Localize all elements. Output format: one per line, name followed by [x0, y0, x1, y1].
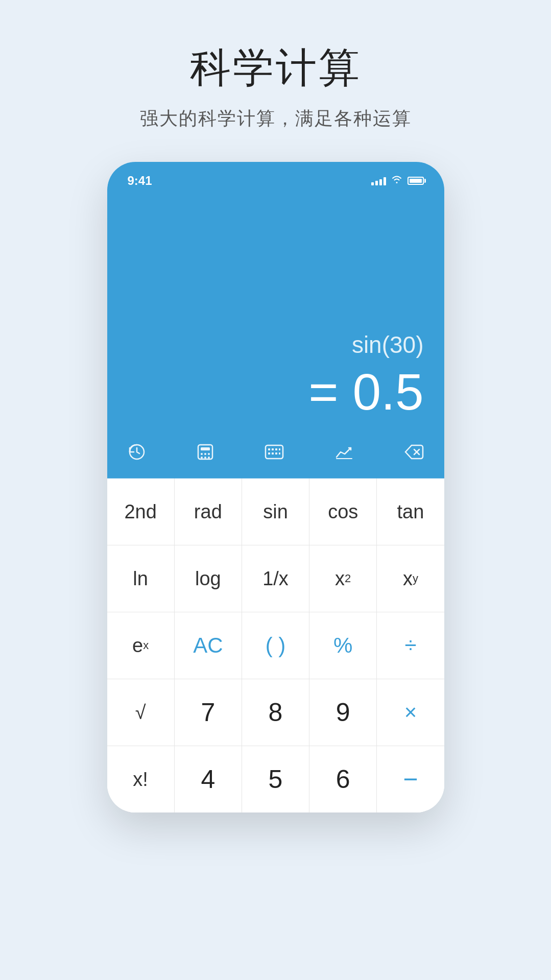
key-row-4: √ 7 8 9 ×: [107, 679, 444, 746]
phone-frame: 9:41: [107, 162, 444, 812]
key-factorial[interactable]: x!: [107, 746, 175, 812]
key-rad[interactable]: rad: [175, 479, 242, 545]
status-icons: [371, 175, 424, 186]
key-divide[interactable]: ÷: [377, 612, 444, 679]
svg-rect-13: [279, 448, 280, 450]
key-minus[interactable]: −: [377, 746, 444, 812]
key-sqrt[interactable]: √: [107, 679, 175, 746]
key-exp[interactable]: ex: [107, 612, 175, 679]
svg-rect-14: [268, 452, 270, 455]
svg-point-4: [204, 453, 206, 455]
key-parens[interactable]: ( ): [242, 612, 309, 679]
svg-rect-16: [275, 452, 277, 455]
svg-point-5: [208, 453, 210, 455]
svg-point-7: [204, 457, 206, 459]
calculator-icon[interactable]: [197, 443, 214, 465]
key-sin[interactable]: sin: [242, 479, 309, 545]
key-log[interactable]: log: [175, 545, 242, 612]
chart-icon[interactable]: [334, 444, 354, 464]
key-percent[interactable]: %: [309, 612, 377, 679]
keypad: 2nd rad sin cos tan ln log 1/x x2 xy ex …: [107, 479, 444, 812]
key-7[interactable]: 7: [175, 679, 242, 746]
key-multiply[interactable]: ×: [377, 679, 444, 746]
svg-rect-12: [275, 448, 277, 450]
key-6[interactable]: 6: [309, 746, 377, 812]
key-ln[interactable]: ln: [107, 545, 175, 612]
signal-icon: [371, 176, 386, 185]
key-5[interactable]: 5: [242, 746, 309, 812]
expression-display: sin(30): [352, 331, 424, 358]
key-row-5: x! 4 5 6 −: [107, 746, 444, 812]
key-row-1: 2nd rad sin cos tan: [107, 479, 444, 545]
result-display: = 0.5: [308, 364, 423, 420]
key-cos[interactable]: cos: [309, 479, 377, 545]
key-4[interactable]: 4: [175, 746, 242, 812]
keyboard-icon[interactable]: [265, 444, 284, 464]
key-tan[interactable]: tan: [377, 479, 444, 545]
key-square[interactable]: x2: [309, 545, 377, 612]
key-row-3: ex AC ( ) % ÷: [107, 612, 444, 679]
status-bar: 9:41: [107, 162, 444, 190]
calc-display: sin(30) = 0.5: [107, 190, 444, 435]
key-9[interactable]: 9: [309, 679, 377, 746]
wifi-icon: [391, 175, 402, 186]
page-title: 科学计算: [140, 41, 412, 96]
toolbar: [107, 435, 444, 479]
svg-rect-9: [266, 445, 283, 459]
svg-rect-11: [272, 448, 274, 450]
history-icon[interactable]: [128, 443, 146, 465]
key-power[interactable]: xy: [377, 545, 444, 612]
svg-rect-17: [279, 452, 280, 455]
key-row-2: ln log 1/x x2 xy: [107, 545, 444, 612]
battery-icon: [408, 177, 424, 185]
svg-point-6: [201, 457, 203, 459]
key-reciprocal[interactable]: 1/x: [242, 545, 309, 612]
key-2nd[interactable]: 2nd: [107, 479, 175, 545]
display-area: 9:41: [107, 162, 444, 479]
svg-point-3: [201, 453, 203, 455]
page-subtitle: 强大的科学计算，满足各种运算: [140, 106, 412, 131]
status-time: 9:41: [128, 174, 152, 188]
svg-rect-10: [268, 448, 270, 450]
backspace-icon[interactable]: [404, 444, 424, 464]
svg-rect-2: [201, 447, 210, 450]
page-header: 科学计算 强大的科学计算，满足各种运算: [140, 41, 412, 131]
svg-rect-15: [272, 452, 274, 455]
key-ac[interactable]: AC: [175, 612, 242, 679]
key-8[interactable]: 8: [242, 679, 309, 746]
svg-point-8: [208, 457, 210, 459]
